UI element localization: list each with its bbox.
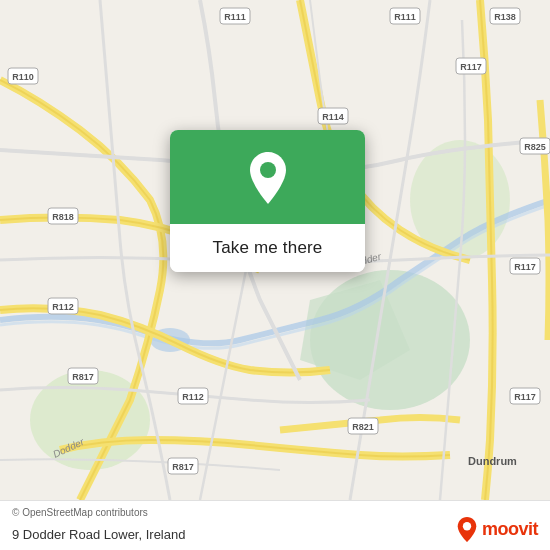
svg-text:R111: R111 bbox=[394, 12, 416, 22]
location-pin-icon bbox=[244, 150, 292, 206]
svg-point-40 bbox=[463, 522, 471, 530]
svg-text:R112: R112 bbox=[182, 392, 204, 402]
address-text: 9 Dodder Road Lower, Ireland bbox=[12, 527, 185, 542]
map-container: R111 R111 R138 R110 R117 R114 R825 R818 … bbox=[0, 0, 550, 500]
svg-text:R117: R117 bbox=[514, 262, 536, 272]
location-popup: Take me there bbox=[170, 130, 365, 272]
svg-text:R817: R817 bbox=[72, 372, 94, 382]
popup-green-header bbox=[170, 130, 365, 224]
svg-text:R818: R818 bbox=[52, 212, 74, 222]
attribution-text: © OpenStreetMap contributors bbox=[12, 507, 148, 518]
svg-text:R111: R111 bbox=[224, 12, 246, 22]
moovit-label: moovit bbox=[482, 519, 538, 540]
svg-text:Dundrum: Dundrum bbox=[468, 455, 517, 467]
svg-text:R110: R110 bbox=[12, 72, 34, 82]
take-me-there-button[interactable]: Take me there bbox=[170, 224, 365, 272]
svg-text:R117: R117 bbox=[460, 62, 482, 72]
svg-text:R114: R114 bbox=[322, 112, 344, 122]
moovit-logo: moovit bbox=[456, 516, 538, 542]
moovit-pin-icon bbox=[456, 516, 478, 542]
svg-text:R817: R817 bbox=[172, 462, 194, 472]
svg-text:R138: R138 bbox=[494, 12, 516, 22]
svg-point-39 bbox=[260, 162, 276, 178]
svg-text:R117: R117 bbox=[514, 392, 536, 402]
bottom-bar: © OpenStreetMap contributors 9 Dodder Ro… bbox=[0, 500, 550, 550]
svg-text:R825: R825 bbox=[524, 142, 546, 152]
svg-text:R821: R821 bbox=[352, 422, 374, 432]
svg-text:R112: R112 bbox=[52, 302, 74, 312]
